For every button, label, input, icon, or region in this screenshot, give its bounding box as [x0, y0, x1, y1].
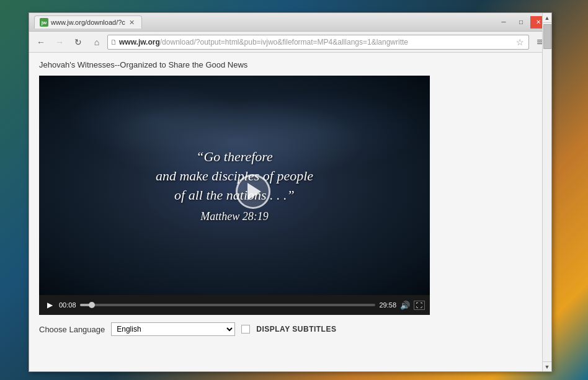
- window-controls: ─ □ ✕: [496, 16, 546, 29]
- subtitle-checkbox[interactable]: [241, 325, 250, 334]
- scroll-down-button[interactable]: ▼: [543, 361, 551, 371]
- page-content: Jehovah's Witnesses--Organized to Share …: [29, 53, 551, 371]
- desktop: jw www.jw.org/download/?c ✕ ─ □ ✕ ← → ↻ …: [0, 0, 588, 380]
- progress-thumb: [89, 302, 95, 308]
- tab-title: www.jw.org/download/?c: [51, 19, 125, 26]
- home-button[interactable]: ⌂: [89, 34, 105, 50]
- bookmark-star-icon[interactable]: ☆: [514, 37, 526, 47]
- active-tab[interactable]: jw www.jw.org/download/?c ✕: [34, 15, 142, 29]
- maximize-button[interactable]: □: [513, 16, 529, 29]
- video-screen[interactable]: “Go therefore and make disciples of peop…: [39, 76, 430, 295]
- fullscreen-button[interactable]: ⛶: [414, 301, 425, 310]
- minimize-button[interactable]: ─: [496, 16, 512, 29]
- page-icon: 🗋: [110, 38, 117, 46]
- language-label: Choose Language: [39, 325, 105, 334]
- scroll-up-button[interactable]: ▲: [543, 13, 551, 23]
- forward-button[interactable]: →: [51, 34, 68, 50]
- browser-window: jw www.jw.org/download/?c ✕ ─ □ ✕ ← → ↻ …: [29, 12, 552, 372]
- address-bar[interactable]: 🗋 www.jw.org /download/?output=html&pub=…: [107, 35, 529, 50]
- back-button[interactable]: ←: [33, 34, 49, 50]
- reload-button[interactable]: ↻: [70, 34, 86, 50]
- tab-favicon: jw: [40, 18, 48, 27]
- tab-area: jw www.jw.org/download/?c ✕: [34, 15, 491, 29]
- page-title: Jehovah's Witnesses--Organized to Share …: [39, 60, 541, 69]
- video-quote: “Go therefore and make disciples of peop…: [156, 148, 313, 205]
- language-select[interactable]: English Spanish French German Portuguese: [111, 322, 235, 336]
- play-pause-button[interactable]: ▶: [44, 301, 55, 309]
- title-bar: jw www.jw.org/download/?c ✕ ─ □ ✕: [29, 13, 551, 32]
- language-row: Choose Language English Spanish French G…: [39, 322, 541, 336]
- address-path: /download/?output=html&pub=ivjwo&filefor…: [160, 38, 408, 46]
- scrollbar: ▲ ▼: [542, 13, 551, 371]
- scroll-thumb[interactable]: [543, 24, 551, 49]
- progress-bar[interactable]: [80, 304, 376, 306]
- video-citation: Matthew 28:19: [156, 210, 313, 223]
- play-triangle-icon: [247, 183, 261, 200]
- subtitle-label: DISPLAY SUBTITLES: [256, 325, 336, 334]
- video-container: “Go therefore and make disciples of peop…: [39, 76, 430, 315]
- volume-button[interactable]: 🔊: [400, 301, 410, 310]
- play-button-overlay[interactable]: [236, 174, 270, 209]
- video-controls: ▶ 00:08 29:58 🔊 ⛶: [39, 295, 430, 315]
- total-time: 29:58: [379, 301, 396, 309]
- nav-bar: ← → ↻ ⌂ 🗋 www.jw.org /download/?output=h…: [29, 32, 551, 53]
- video-text: “Go therefore and make disciples of peop…: [156, 148, 313, 223]
- tab-close-button[interactable]: ✕: [128, 18, 136, 27]
- current-time: 00:08: [59, 301, 76, 309]
- address-domain: www.jw.org: [119, 38, 160, 46]
